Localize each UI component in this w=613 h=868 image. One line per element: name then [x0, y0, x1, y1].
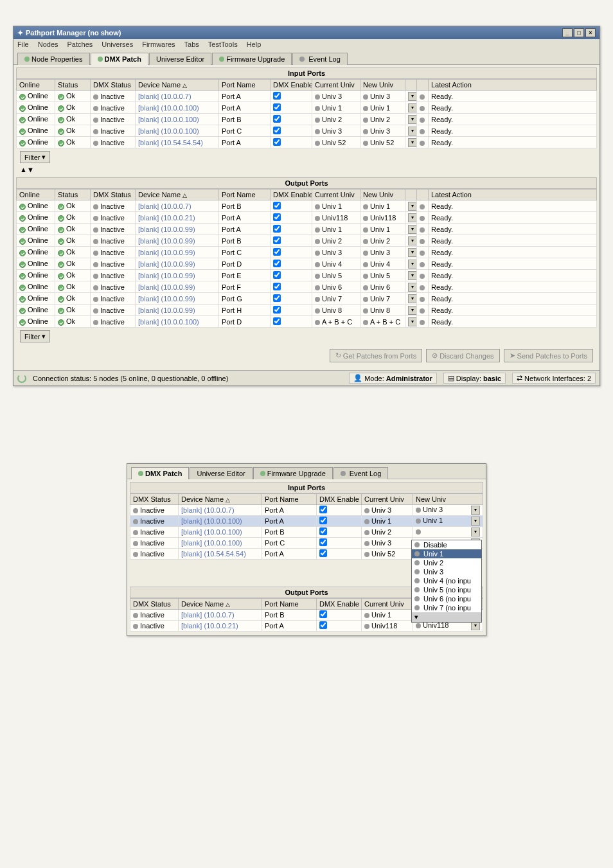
- dmx-enable-checkbox[interactable]: [273, 236, 281, 244]
- dropdown-button[interactable]: ▾: [408, 115, 417, 124]
- display-status[interactable]: ▤Display: basic: [443, 373, 506, 384]
- dmx-enable-checkbox[interactable]: [273, 225, 281, 233]
- device-link[interactable]: [blank] (10.0.0.100): [138, 104, 199, 112]
- col-dmx-enable[interactable]: DMX Enable: [317, 599, 362, 610]
- menu-nodes[interactable]: Nodes: [38, 40, 58, 48]
- col-latest-action[interactable]: Latest Action: [429, 190, 597, 200]
- menu-file[interactable]: File: [17, 40, 29, 48]
- dropdown-button[interactable]: ▾: [408, 294, 417, 303]
- dropdown-button[interactable]: ▾: [408, 260, 417, 269]
- dropdown-option[interactable]: Univ 4 (no inpu: [412, 576, 481, 585]
- col-device-name[interactable]: Device Name △: [136, 80, 219, 91]
- device-link[interactable]: [blank] (10.0.0.21): [181, 622, 238, 630]
- device-link[interactable]: [blank] (10.0.0.99): [138, 306, 195, 314]
- dropdown-option[interactable]: Univ 1: [412, 549, 481, 558]
- dropdown-button[interactable]: ▾: [408, 271, 417, 280]
- device-link[interactable]: [blank] (10.0.0.7): [181, 506, 235, 514]
- dmx-enable-checkbox[interactable]: [319, 549, 327, 557]
- dmx-enable-checkbox[interactable]: [273, 283, 281, 290]
- device-link[interactable]: [blank] (10.0.0.100): [181, 528, 242, 536]
- dmx-enable-checkbox[interactable]: [273, 317, 281, 325]
- col-port-name[interactable]: Port Name: [262, 494, 317, 505]
- get-patches-button[interactable]: ↻Get Patches from Ports: [330, 349, 422, 362]
- device-link[interactable]: [blank] (10.54.54.54): [181, 550, 246, 558]
- col-dmx-status[interactable]: DMX Status: [130, 494, 179, 505]
- device-link[interactable]: [blank] (10.0.0.99): [138, 260, 195, 268]
- device-link[interactable]: [blank] (10.0.0.100): [181, 517, 242, 525]
- dmx-enable-checkbox[interactable]: [273, 115, 281, 123]
- device-link[interactable]: [blank] (10.0.0.100): [138, 116, 199, 123]
- device-link[interactable]: [blank] (10.0.0.7): [138, 202, 191, 210]
- table-row[interactable]: OnlineOkInactive[blank] (10.0.0.99)Port …: [17, 270, 597, 281]
- dropdown-button[interactable]: ▾: [471, 621, 480, 630]
- dmx-enable-checkbox[interactable]: [319, 538, 327, 546]
- dmx-enable-checkbox[interactable]: [319, 527, 327, 535]
- col-current-univ[interactable]: Current Univ: [312, 80, 360, 91]
- dmx-enable-checkbox[interactable]: [273, 306, 281, 314]
- col-online[interactable]: Online: [17, 80, 55, 91]
- tab-event-log[interactable]: Event Log: [292, 53, 348, 65]
- col-current-univ[interactable]: Current Univ: [362, 494, 413, 505]
- dropdown-option[interactable]: Univ 5 (no inpu: [412, 585, 481, 594]
- device-link[interactable]: [blank] (10.0.0.21): [138, 214, 195, 222]
- minimize-button[interactable]: _: [562, 28, 573, 37]
- dropdown-scroll-down[interactable]: ▾: [412, 612, 481, 622]
- dmx-enable-checkbox[interactable]: [319, 517, 327, 524]
- dmx-enable-checkbox[interactable]: [319, 506, 327, 513]
- col-device-name[interactable]: Device Name △: [179, 494, 262, 505]
- maximize-button[interactable]: □: [574, 28, 584, 37]
- col-device-name[interactable]: Device Name △: [136, 190, 219, 200]
- tab-node-properties[interactable]: Node Properties: [17, 53, 90, 65]
- col-latest-action[interactable]: Latest Action: [429, 80, 597, 91]
- col-new-univ[interactable]: New Univ: [360, 80, 405, 91]
- table-row[interactable]: OnlineOkInactive[blank] (10.0.0.100)Port…: [17, 125, 597, 137]
- menu-help[interactable]: Help: [247, 40, 262, 48]
- dropdown-button[interactable]: ▾: [408, 138, 417, 147]
- device-link[interactable]: [blank] (10.0.0.99): [138, 295, 195, 303]
- col-status[interactable]: Status: [55, 80, 91, 91]
- col-dmx-status[interactable]: DMX Status: [91, 190, 136, 200]
- table-row[interactable]: Inactive[blank] (10.0.0.100)Port BUniv 2…: [130, 527, 483, 538]
- dropdown-option[interactable]: Disable: [412, 540, 481, 549]
- table-row[interactable]: OnlineOkInactive[blank] (10.0.0.99)Port …: [17, 281, 597, 293]
- dmx-enable-checkbox[interactable]: [273, 294, 281, 302]
- col-dmx-enable[interactable]: DMX Enable: [271, 80, 312, 91]
- table-row[interactable]: Inactive[blank] (10.0.0.7)Port AUniv 3Un…: [130, 505, 483, 516]
- dropdown-button[interactable]: ▾: [408, 306, 417, 315]
- menu-testtools[interactable]: TestTools: [208, 40, 238, 48]
- sort-toggle-icon[interactable]: ▲▼: [20, 166, 34, 173]
- col-port-name[interactable]: Port Name: [262, 599, 317, 610]
- dmx-enable-checkbox[interactable]: [273, 138, 281, 146]
- filter-button[interactable]: Filter ▾: [20, 151, 50, 163]
- col-dmx-enable[interactable]: DMX Enable: [317, 494, 362, 505]
- col-device-name[interactable]: Device Name △: [179, 599, 262, 610]
- dmx-enable-checkbox[interactable]: [273, 127, 281, 134]
- dropdown-button[interactable]: ▾: [408, 248, 417, 257]
- tab-event-log[interactable]: Event Log: [333, 467, 389, 479]
- dropdown-button[interactable]: ▾: [408, 225, 417, 234]
- filter-button[interactable]: Filter ▾: [20, 330, 50, 342]
- table-row[interactable]: OnlineOkInactive[blank] (10.0.0.7)Port A…: [17, 91, 597, 102]
- table-row[interactable]: OnlineOkInactive[blank] (10.0.0.99)Port …: [17, 293, 597, 305]
- mode-status[interactable]: 👤Mode: Administrator: [349, 373, 437, 384]
- menu-firmwares[interactable]: Firmwares: [142, 40, 175, 48]
- table-row[interactable]: OnlineOkInactive[blank] (10.54.54.54)Por…: [17, 137, 597, 148]
- device-link[interactable]: [blank] (10.0.0.99): [138, 226, 195, 233]
- dmx-enable-checkbox[interactable]: [273, 248, 281, 256]
- dropdown-option[interactable]: Univ 6 (no inpu: [412, 594, 481, 603]
- dropdown-button[interactable]: ▾: [408, 317, 417, 326]
- col-dmx-enable[interactable]: DMX Enable: [271, 190, 312, 200]
- tab-dmx-patch[interactable]: DMX Patch: [131, 467, 189, 479]
- discard-changes-button[interactable]: ⊘Discard Changes: [426, 349, 499, 362]
- device-link[interactable]: [blank] (10.0.0.100): [138, 318, 199, 326]
- table-row[interactable]: Inactive[blank] (10.0.0.100)Port AUniv 1…: [130, 516, 483, 527]
- col-port-name[interactable]: Port Name: [219, 190, 271, 200]
- dropdown-option[interactable]: Univ 2: [412, 558, 481, 567]
- col-dmx-status[interactable]: DMX Status: [91, 80, 136, 91]
- col-new-univ[interactable]: New Univ: [413, 494, 483, 505]
- dropdown-option[interactable]: Univ 7 (no inpu: [412, 603, 481, 612]
- device-link[interactable]: [blank] (10.0.0.100): [181, 539, 242, 547]
- dropdown-button[interactable]: ▾: [408, 127, 417, 136]
- device-link[interactable]: [blank] (10.0.0.99): [138, 272, 195, 279]
- device-link[interactable]: [blank] (10.54.54.54): [138, 139, 203, 146]
